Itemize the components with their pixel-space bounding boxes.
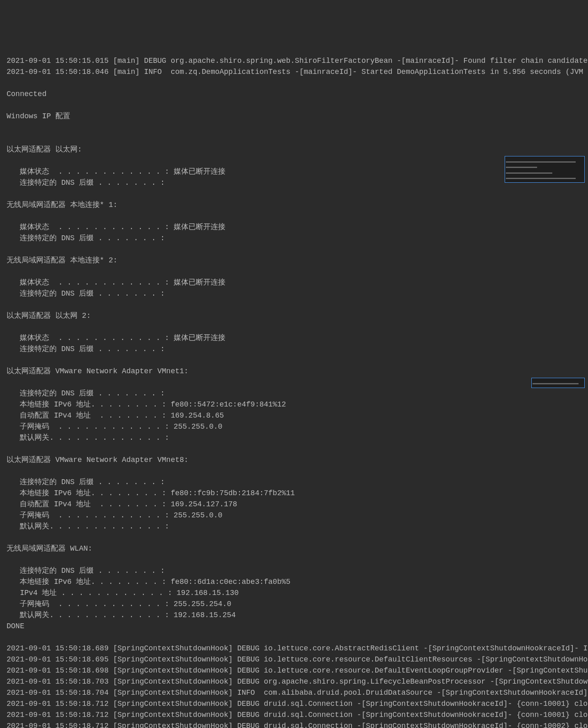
- console-line: 2021-09-01 15:50:18.703 [SpringContextSh…: [7, 676, 581, 687]
- console-line: 2021-09-01 15:50:18.046 [main] INFO com.…: [7, 67, 581, 78]
- console-line: [7, 211, 581, 222]
- console-line: 2021-09-01 15:50:18.704 [SpringContextSh…: [7, 687, 581, 698]
- console-line: 子网掩码 . . . . . . . . . . . . : 255.255.0…: [7, 510, 581, 521]
- console-line: 以太网适配器 VMware Network Adapter VMnet1:: [7, 366, 581, 377]
- console-line: [7, 133, 581, 144]
- console-line: 以太网适配器 VMware Network Adapter VMnet8:: [7, 455, 581, 466]
- console-line: 媒体状态 . . . . . . . . . . . . : 媒体已断开连接: [7, 166, 581, 177]
- console-line: 2021-09-01 15:50:18.712 [SpringContextSh…: [7, 710, 581, 721]
- console-line: 无线局域网适配器 WLAN:: [7, 543, 581, 554]
- console-line: 媒体状态 . . . . . . . . . . . . : 媒体已断开连接: [7, 333, 581, 344]
- console-line: 子网掩码 . . . . . . . . . . . . : 255.255.0…: [7, 421, 581, 432]
- console-line: 无线局域网适配器 本地连接* 1:: [7, 200, 581, 211]
- console-line: 2021-09-01 15:50:18.698 [SpringContextSh…: [7, 665, 581, 676]
- console-line: [7, 466, 581, 477]
- console-line: 连接特定的 DNS 后缀 . . . . . . . :: [7, 565, 581, 576]
- console-line: 媒体状态 . . . . . . . . . . . . : 媒体已断开连接: [7, 277, 581, 288]
- console-line: IPv4 地址 . . . . . . . . . . . . : 192.16…: [7, 588, 581, 599]
- console-line: 本地链接 IPv6 地址. . . . . . . . : fe80::5472…: [7, 399, 581, 410]
- console-line: 2021-09-01 15:50:18.695 [SpringContextSh…: [7, 654, 581, 665]
- console-line: [7, 632, 581, 643]
- console-line: [7, 532, 581, 543]
- console-line: 以太网适配器 以太网:: [7, 144, 581, 155]
- console-line: 以太网适配器 以太网 2:: [7, 310, 581, 322]
- console-line: 媒体状态 . . . . . . . . . . . . : 媒体已断开连接: [7, 222, 581, 233]
- console-line: [7, 100, 581, 111]
- console-line: 2021-09-01 15:50:18.689 [SpringContextSh…: [7, 643, 581, 654]
- console-line: [7, 377, 581, 388]
- console-line: 无线局域网适配器 本地连接* 2:: [7, 255, 581, 266]
- console-line: [7, 266, 581, 277]
- console-line: 连接特定的 DNS 后缀 . . . . . . . :: [7, 388, 581, 399]
- console-line: [7, 155, 581, 166]
- console-line: 本地链接 IPv6 地址. . . . . . . . : fe80::6d1a…: [7, 576, 581, 588]
- console-line: 2021-09-01 15:50:18.712 [SpringContextSh…: [7, 698, 581, 710]
- console-line: 2021-09-01 15:50:18.712 [SpringContextSh…: [7, 721, 581, 728]
- console-line: 连接特定的 DNS 后缀 . . . . . . . :: [7, 477, 581, 488]
- console-line: [7, 299, 581, 310]
- console-line: DONE: [7, 621, 581, 632]
- console-line: [7, 78, 581, 89]
- console-output[interactable]: 2021-09-01 15:50:15.015 [main] DEBUG org…: [0, 44, 588, 728]
- console-line: 默认网关. . . . . . . . . . . . . : 192.168.…: [7, 610, 581, 621]
- console-line: 连接特定的 DNS 后缀 . . . . . . . :: [7, 288, 581, 299]
- console-line: 默认网关. . . . . . . . . . . . . :: [7, 432, 581, 443]
- console-line: 子网掩码 . . . . . . . . . . . . : 255.255.2…: [7, 599, 581, 610]
- console-line: 2021-09-01 15:50:15.015 [main] DEBUG org…: [7, 55, 581, 67]
- console-line: [7, 443, 581, 455]
- console-line: 连接特定的 DNS 后缀 . . . . . . . :: [7, 233, 581, 244]
- console-line: 连接特定的 DNS 后缀 . . . . . . . :: [7, 344, 581, 355]
- console-line: [7, 244, 581, 255]
- console-line: Connected: [7, 89, 581, 100]
- console-line: [7, 355, 581, 366]
- console-line: 自动配置 IPv4 地址 . . . . . . . : 169.254.8.6…: [7, 410, 581, 421]
- console-line: 本地链接 IPv6 地址. . . . . . . . : fe80::fc9b…: [7, 488, 581, 499]
- console-line: [7, 322, 581, 333]
- console-line: Windows IP 配置: [7, 111, 581, 122]
- console-line: [7, 188, 581, 200]
- console-line: 连接特定的 DNS 后缀 . . . . . . . :: [7, 177, 581, 188]
- console-line: [7, 122, 581, 133]
- console-line: 默认网关. . . . . . . . . . . . . :: [7, 521, 581, 532]
- console-line: [7, 554, 581, 565]
- console-line: 自动配置 IPv4 地址 . . . . . . . : 169.254.127…: [7, 499, 581, 510]
